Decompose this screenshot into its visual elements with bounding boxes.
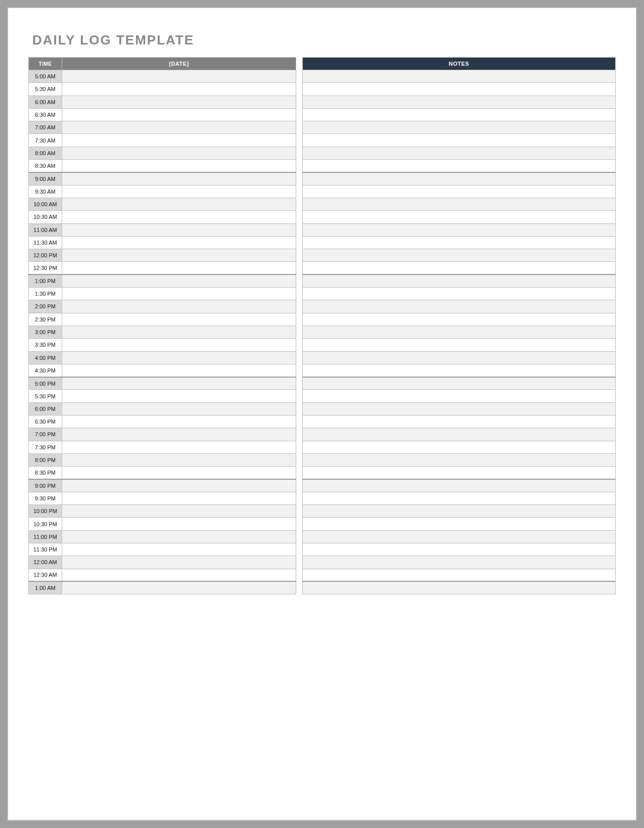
entry-cell[interactable] [62, 211, 296, 223]
note-cell[interactable] [303, 147, 616, 159]
entry-cell[interactable] [62, 479, 296, 492]
note-cell[interactable] [303, 108, 616, 121]
note-cell[interactable] [303, 134, 616, 147]
note-cell[interactable] [303, 300, 616, 313]
entry-cell[interactable] [62, 172, 296, 185]
note-cell[interactable] [303, 441, 616, 453]
note-cell[interactable] [303, 390, 616, 402]
table-row: 6:00 PM [29, 402, 296, 415]
note-cell[interactable] [303, 518, 616, 530]
page: DAILY LOG TEMPLATE TIME [DATE] 5:00 AM5:… [7, 7, 637, 821]
entry-cell[interactable] [62, 453, 296, 466]
entry-cell[interactable] [62, 530, 296, 543]
note-cell[interactable] [303, 479, 616, 492]
note-cell[interactable] [303, 249, 616, 262]
entry-cell[interactable] [62, 390, 296, 402]
table-row: 6:30 PM [29, 416, 296, 428]
table-row: 7:30 AM [29, 134, 296, 147]
entry-cell[interactable] [62, 83, 296, 96]
table-row: 11:30 AM [29, 236, 296, 249]
note-cell[interactable] [303, 543, 616, 556]
entry-cell[interactable] [62, 249, 296, 262]
note-cell[interactable] [303, 505, 616, 518]
entry-cell[interactable] [62, 569, 296, 581]
entry-cell[interactable] [62, 492, 296, 504]
note-cell[interactable] [303, 274, 616, 287]
entry-cell[interactable] [62, 518, 296, 530]
note-cell[interactable] [303, 96, 616, 108]
entry-cell[interactable] [62, 96, 296, 108]
note-cell[interactable] [303, 121, 616, 134]
note-cell[interactable] [303, 83, 616, 96]
table-row [303, 569, 616, 581]
entry-cell[interactable] [62, 402, 296, 415]
entry-cell[interactable] [62, 428, 296, 441]
entry-cell[interactable] [62, 339, 296, 351]
entry-cell[interactable] [62, 134, 296, 147]
entry-cell[interactable] [62, 300, 296, 313]
note-cell[interactable] [303, 492, 616, 504]
note-cell[interactable] [303, 262, 616, 274]
entry-cell[interactable] [62, 505, 296, 518]
table-row: 3:00 PM [29, 326, 296, 338]
entry-cell[interactable] [62, 441, 296, 453]
note-cell[interactable] [303, 351, 616, 364]
note-cell[interactable] [303, 339, 616, 351]
entry-cell[interactable] [62, 108, 296, 121]
entry-cell[interactable] [62, 416, 296, 428]
note-cell[interactable] [303, 377, 616, 390]
note-cell[interactable] [303, 581, 616, 594]
note-cell[interactable] [303, 556, 616, 569]
entry-cell[interactable] [62, 543, 296, 556]
note-cell[interactable] [303, 198, 616, 210]
table-row: 10:00 AM [29, 198, 296, 210]
table-row [303, 402, 616, 415]
time-cell: 1:00 AM [29, 581, 62, 594]
note-cell[interactable] [303, 364, 616, 377]
entry-cell[interactable] [62, 223, 296, 236]
note-cell[interactable] [303, 530, 616, 543]
time-cell: 12:00 AM [29, 556, 62, 569]
table-row: 8:00 PM [29, 453, 296, 466]
entry-cell[interactable] [62, 262, 296, 274]
entry-cell[interactable] [62, 147, 296, 159]
entry-cell[interactable] [62, 326, 296, 338]
note-cell[interactable] [303, 453, 616, 466]
entry-cell[interactable] [62, 351, 296, 364]
table-row: 6:00 AM [29, 96, 296, 108]
note-cell[interactable] [303, 160, 616, 172]
note-cell[interactable] [303, 428, 616, 441]
table-row [303, 211, 616, 223]
note-cell[interactable] [303, 326, 616, 338]
entry-cell[interactable] [62, 198, 296, 210]
entry-cell[interactable] [62, 364, 296, 377]
entry-cell[interactable] [62, 288, 296, 300]
note-cell[interactable] [303, 288, 616, 300]
note-cell[interactable] [303, 70, 616, 83]
note-cell[interactable] [303, 223, 616, 236]
note-cell[interactable] [303, 185, 616, 198]
note-cell[interactable] [303, 402, 616, 415]
note-cell[interactable] [303, 313, 616, 326]
note-cell[interactable] [303, 467, 616, 479]
entry-cell[interactable] [62, 556, 296, 569]
entry-cell[interactable] [62, 160, 296, 172]
entry-cell[interactable] [62, 313, 296, 326]
time-cell: 8:00 PM [29, 453, 62, 466]
entry-cell[interactable] [62, 274, 296, 287]
entry-cell[interactable] [62, 581, 296, 594]
note-cell[interactable] [303, 172, 616, 185]
entry-cell[interactable] [62, 467, 296, 479]
entry-cell[interactable] [62, 70, 296, 83]
table-row [303, 556, 616, 569]
note-cell[interactable] [303, 569, 616, 581]
entry-cell[interactable] [62, 377, 296, 390]
note-cell[interactable] [303, 416, 616, 428]
entry-cell[interactable] [62, 236, 296, 249]
note-cell[interactable] [303, 211, 616, 223]
entry-cell[interactable] [62, 185, 296, 198]
note-cell[interactable] [303, 236, 616, 249]
entry-cell[interactable] [62, 121, 296, 134]
table-row [303, 83, 616, 96]
table-row [303, 351, 616, 364]
